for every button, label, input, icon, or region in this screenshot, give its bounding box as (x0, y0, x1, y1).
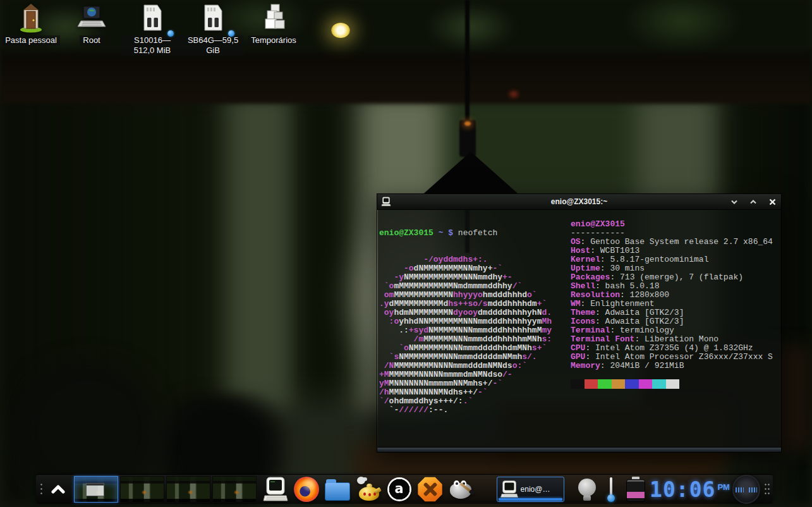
pager-desktop-3[interactable] (166, 476, 210, 503)
clock-time: 10:06 (650, 477, 715, 502)
neofetch-info-row: Host: WCBT1013 (571, 247, 773, 255)
mounted-badge (167, 30, 174, 37)
neofetch-info-row: Terminal Font: Liberation Mono (571, 335, 773, 344)
launcher-icons: a (263, 477, 474, 502)
neofetch-info-row: Theme: Adwaita [GTK2/3] (571, 308, 773, 317)
virtual-desktop-pager (74, 476, 257, 503)
palette-swatch (666, 379, 680, 389)
boxes-icon (258, 3, 289, 33)
shade-button[interactable] (729, 197, 739, 207)
mixer-knob-icon[interactable] (732, 475, 760, 504)
pager-desktop-4[interactable] (212, 476, 257, 503)
clock-meridiem: PM (717, 482, 730, 492)
root-computer-icon (76, 3, 107, 33)
gimp-icon[interactable] (449, 477, 474, 502)
neofetch-info-row: WM: Enlightenment (571, 300, 773, 308)
sdcard-icon (198, 3, 228, 33)
window-title: enio@ZX3015:~ (377, 197, 781, 206)
mounted-badge (228, 30, 234, 37)
chevron-up-icon (51, 485, 65, 494)
ascii-art-line: `-//////:--. (379, 406, 780, 415)
terminal-titlebar[interactable]: enio@ZX3015:~ (377, 194, 781, 210)
neofetch-info-row: GPU: Intel Atom Processor Z36xxx/Z37xxx … (571, 353, 773, 362)
desktop-icon-label: Temporários (248, 35, 300, 46)
thermometer-icon[interactable] (603, 476, 619, 503)
terminal-color-palette (571, 379, 679, 389)
sdcard-icon (137, 3, 167, 33)
teapot-app-icon[interactable] (356, 477, 381, 502)
shelf-up-arrow-button[interactable] (48, 480, 69, 499)
desktop-icon-sb64g-59-5-gib[interactable]: SB64G—59,5 GiB (183, 3, 243, 56)
desktop-icon-root[interactable]: Root (61, 3, 122, 46)
desktop-screen: Pasta pessoalRootS10016—512,0 MiBSB64G—5… (0, 0, 812, 507)
palette-swatch (598, 379, 612, 389)
neofetch-info-row: Resolution: 1280x800 (571, 291, 773, 300)
hanging-lamp-glow (464, 121, 471, 126)
neofetch-info-row: Kernel: 5.8.17-gentoominimal (571, 255, 773, 264)
palette-swatch (585, 379, 598, 389)
desktop-icon-pasta-pessoal[interactable]: Pasta pessoal (1, 3, 61, 46)
pager-desktop-2[interactable] (120, 476, 164, 503)
palette-swatch (625, 379, 639, 389)
neofetch-underline: ----------- (571, 229, 773, 238)
terminal-app-icon[interactable] (263, 477, 288, 502)
battery-icon[interactable] (626, 477, 645, 502)
terminal-icon (381, 197, 391, 207)
neofetch-info-row: Icons: Adwaita [GTK2/3] (571, 317, 773, 326)
chevron-down-icon (730, 199, 738, 205)
taskbar-item-label: enio@… (521, 485, 550, 494)
x-logo-icon[interactable] (418, 477, 443, 502)
taskbar-item-terminal[interactable]: enio@… (497, 477, 565, 502)
desktop-icon-label: SB64G—59,5 GiB (183, 35, 243, 56)
titlebar-buttons (729, 194, 777, 209)
palette-swatch (652, 379, 666, 389)
ascii-art-line: +MMMMMMMNNNNNmmmmdmNMNdso/- (379, 370, 780, 379)
desktop-icon-s10016-512-0-mib[interactable]: S10016—512,0 MiB (122, 3, 183, 56)
neofetch-info-row: Terminal: terminology (571, 326, 773, 335)
firefox-icon[interactable] (294, 477, 319, 502)
neofetch-info-row: Memory: 204MiB / 921MiB (571, 362, 773, 370)
neofetch-info-row: Shell: bash 5.0.18 (571, 282, 773, 291)
desktop-icon-area: Pasta pessoalRootS10016—512,0 MiBSB64G—5… (0, 0, 329, 70)
neofetch-info-row: Uptime: 30 mins (571, 264, 773, 273)
window-bottom-border[interactable] (377, 447, 781, 452)
home-folder-icon (16, 3, 46, 33)
terminal-content[interactable]: enio@ZX3015 ~ $ neofetch -/oyddmdhs+:. -… (378, 210, 780, 448)
command-neofetch: neofetch (458, 228, 497, 238)
clock[interactable]: 10:06 PM (650, 477, 730, 502)
desktop-icon-label: Root (80, 35, 103, 46)
ascii-art-line: /hMMNNNNNNNNMNdhs++/-` (379, 388, 780, 397)
terminal-window: enio@ZX3015:~ enio@ZX3015 ~ $ neofetch -… (377, 193, 782, 453)
chevron-up-icon (749, 199, 757, 205)
raise-button[interactable] (748, 197, 758, 207)
close-icon (769, 199, 776, 205)
brightness-bulb-icon[interactable] (576, 477, 598, 502)
neofetch-info: enio@ZX3015-----------OS: Gentoo Base Sy… (571, 220, 773, 370)
shelf-grip-right[interactable] (764, 482, 770, 496)
palette-swatch (571, 379, 585, 389)
a-logo-icon[interactable]: a (387, 477, 412, 502)
shelf-grip-left[interactable] (40, 482, 43, 496)
neofetch-info-row: CPU: Intel Atom Z3735G (4) @ 1.832GHz (571, 344, 773, 353)
neofetch-info-row: OS: Gentoo Base System release 2.7 x86_6… (571, 238, 773, 247)
pager-desktop-1[interactable] (74, 476, 118, 503)
neofetch-info-row: Packages: 713 (emerge), 7 (flatpak) (571, 273, 773, 282)
palette-swatch (612, 379, 626, 389)
desktop-icon-label: S10016—512,0 MiB (122, 35, 183, 56)
desktop-icon-tempor-rios[interactable]: Temporários (243, 3, 304, 46)
wallpaper-shape (509, 91, 518, 97)
terminal-icon (500, 480, 519, 499)
taskbar-active-indicator (499, 498, 563, 501)
ascii-art-line: `/ohdmmddhys+++/:.` (379, 397, 780, 406)
shelf: a enio@… 10:06 PM (36, 474, 773, 504)
desktop-icon-label: Pasta pessoal (2, 35, 60, 46)
palette-swatch (639, 379, 653, 389)
neofetch-title: enio@ZX3015 (571, 220, 773, 229)
garden-light-orb (331, 23, 350, 38)
pager-mini-window (86, 483, 104, 496)
file-manager-icon[interactable] (325, 477, 350, 502)
close-button[interactable] (767, 197, 777, 207)
